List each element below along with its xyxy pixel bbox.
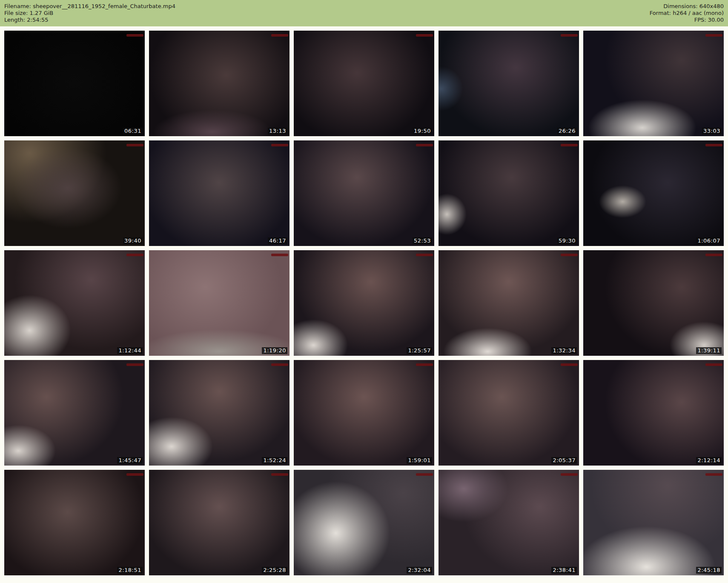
chaturbate-watermark-icon [126,34,143,37]
video-thumbnail: 2:32:04 [294,470,434,575]
chaturbate-watermark-icon [271,34,288,37]
timestamp-label: 1:25:57 [407,347,432,354]
video-thumbnail: 1:39:11 [583,250,724,356]
chaturbate-watermark-icon [416,363,433,366]
chaturbate-watermark-icon [561,473,578,476]
timestamp-label: 1:59:01 [407,457,432,464]
length-text: Length: 2:54:55 [4,17,175,23]
chaturbate-watermark-icon [561,254,578,256]
timestamp-label: 2:25:28 [262,567,287,574]
chaturbate-watermark-icon [705,144,722,146]
timestamp-label: 06:31 [123,128,143,134]
video-thumbnail: 19:50 [294,31,434,136]
timestamp-label: 46:17 [268,237,287,244]
video-thumbnail: 46:17 [149,140,289,246]
timestamp-label: 2:05:37 [551,457,577,464]
video-thumbnail: 2:05:37 [439,360,579,466]
chaturbate-watermark-icon [561,144,578,146]
video-thumbnail: 2:18:51 [4,470,145,575]
timestamp-label: 1:32:34 [551,347,577,354]
timestamp-label: 1:06:07 [696,237,722,244]
dimensions-text: Dimensions: 640x480 [650,3,724,10]
video-thumbnail: 1:12:44 [4,250,145,356]
video-thumbnail: 13:13 [149,31,289,136]
video-thumbnail: 1:06:07 [583,140,724,246]
video-thumbnail: 1:45:47 [4,360,145,466]
timestamp-label: 2:45:18 [696,567,722,574]
timestamp-label: 59:30 [557,237,577,244]
video-thumbnail: 59:30 [439,140,579,246]
chaturbate-watermark-icon [561,34,578,37]
video-thumbnail: 1:52:24 [149,360,289,466]
video-thumbnail: 2:45:18 [583,470,724,575]
timestamp-label: 33:03 [702,128,722,134]
video-thumbnail: 26:26 [439,31,579,136]
timestamp-label: 19:50 [413,128,432,134]
video-thumbnail: 1:19:20 [149,250,289,356]
chaturbate-watermark-icon [126,363,143,366]
chaturbate-watermark-icon [271,363,288,366]
video-thumbnail: 2:25:28 [149,470,289,575]
chaturbate-watermark-icon [416,473,433,476]
timestamp-label: 2:18:51 [117,567,143,574]
file-info-left: Filename: sheepover__281116_1952_female_… [4,3,175,23]
chaturbate-watermark-icon [126,254,143,256]
timestamp-label: 1:12:44 [117,347,143,354]
video-thumbnail: 1:25:57 [294,250,434,356]
chaturbate-watermark-icon [416,34,433,37]
video-thumbnail: 39:40 [4,140,145,246]
chaturbate-watermark-icon [416,144,433,146]
timestamp-label: 52:53 [413,237,432,244]
timestamp-label: 1:39:11 [696,347,722,354]
chaturbate-watermark-icon [705,473,722,476]
chaturbate-watermark-icon [126,144,143,146]
filename-text: Filename: sheepover__281116_1952_female_… [4,3,175,10]
timestamp-label: 2:38:41 [551,567,577,574]
timestamp-label: 1:52:24 [262,457,287,464]
chaturbate-watermark-icon [705,254,722,256]
thumbnail-grid: 06:3113:1319:5026:2633:0339:4046:1752:53… [0,26,728,580]
timestamp-label: 39:40 [123,237,143,244]
chaturbate-watermark-icon [705,34,722,37]
timestamp-label: 2:32:04 [407,567,432,574]
video-thumbnail: 2:12:14 [583,360,724,466]
timestamp-label: 26:26 [557,128,577,134]
fps-text: FPS: 30.00 [650,17,724,23]
video-thumbnail: 06:31 [4,31,145,136]
video-thumbnail: 1:59:01 [294,360,434,466]
format-text: Format: h264 / aac (mono) [650,10,724,17]
timestamp-label: 13:13 [268,128,287,134]
video-thumbnail: 1:32:34 [439,250,579,356]
chaturbate-watermark-icon [561,363,578,366]
chaturbate-watermark-icon [705,363,722,366]
chaturbate-watermark-icon [271,254,288,256]
chaturbate-watermark-icon [126,473,143,476]
video-thumbnail: 33:03 [583,31,724,136]
chaturbate-watermark-icon [416,254,433,256]
contact-sheet: Filename: sheepover__281116_1952_female_… [0,0,728,583]
timestamp-label: 1:45:47 [117,457,143,464]
chaturbate-watermark-icon [271,144,288,146]
chaturbate-watermark-icon [271,473,288,476]
video-thumbnail: 2:38:41 [439,470,579,575]
file-info-header: Filename: sheepover__281116_1952_female_… [0,0,728,26]
file-info-right: Dimensions: 640x480 Format: h264 / aac (… [650,3,724,23]
timestamp-label: 1:19:20 [262,347,287,354]
video-thumbnail: 52:53 [294,140,434,246]
filesize-text: File size: 1.27 GiB [4,10,175,17]
timestamp-label: 2:12:14 [696,457,722,464]
